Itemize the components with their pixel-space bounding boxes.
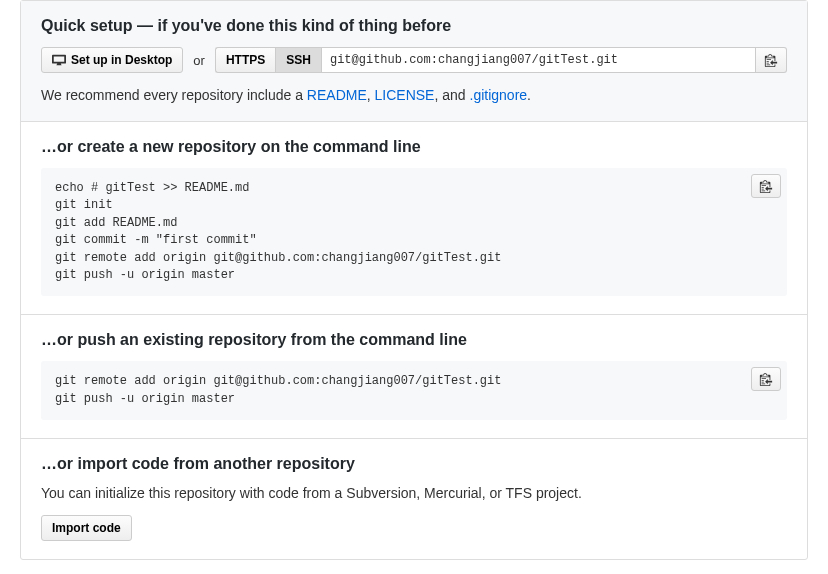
- recommend-text: We recommend every repository include a …: [41, 87, 787, 103]
- import-section: …or import code from another repository …: [21, 439, 807, 559]
- quick-setup-section: Quick setup — if you've done this kind o…: [21, 1, 807, 122]
- setup-in-desktop-label: Set up in Desktop: [71, 53, 172, 67]
- setup-row: Set up in Desktop or HTTPS SSH: [41, 47, 787, 73]
- push-existing-title: …or push an existing repository from the…: [41, 331, 787, 349]
- protocol-group: HTTPS SSH: [215, 47, 787, 73]
- quick-setup-title: Quick setup — if you've done this kind o…: [41, 17, 787, 35]
- clipboard-icon: [759, 372, 773, 386]
- push-existing-code[interactable]: git remote add origin git@github.com:cha…: [55, 373, 773, 408]
- push-existing-code-block: git remote add origin git@github.com:cha…: [41, 361, 787, 420]
- copy-url-button[interactable]: [756, 47, 787, 73]
- license-link[interactable]: LICENSE: [375, 87, 435, 103]
- readme-link[interactable]: README: [307, 87, 367, 103]
- copy-create-new-button[interactable]: [751, 174, 781, 198]
- create-new-code-block: echo # gitTest >> README.md git init git…: [41, 168, 787, 296]
- import-code-label: Import code: [52, 521, 121, 535]
- clipboard-icon: [764, 53, 778, 67]
- gitignore-link[interactable]: .gitignore: [470, 87, 528, 103]
- or-text: or: [193, 47, 205, 73]
- repo-setup-panel: Quick setup — if you've done this kind o…: [20, 0, 808, 560]
- import-code-button[interactable]: Import code: [41, 515, 132, 541]
- create-new-title: …or create a new repository on the comma…: [41, 138, 787, 156]
- clipboard-icon: [759, 179, 773, 193]
- push-existing-section: …or push an existing repository from the…: [21, 315, 807, 439]
- recommend-prefix: We recommend every repository include a: [41, 87, 307, 103]
- ssh-button[interactable]: SSH: [275, 47, 321, 73]
- create-new-code[interactable]: echo # gitTest >> README.md git init git…: [55, 180, 773, 284]
- import-description: You can initialize this repository with …: [41, 485, 787, 501]
- create-new-section: …or create a new repository on the comma…: [21, 122, 807, 315]
- https-button[interactable]: HTTPS: [215, 47, 275, 73]
- copy-push-existing-button[interactable]: [751, 367, 781, 391]
- import-title: …or import code from another repository: [41, 455, 787, 473]
- setup-in-desktop-button[interactable]: Set up in Desktop: [41, 47, 183, 73]
- clone-url-input[interactable]: [321, 47, 756, 73]
- desktop-icon: [52, 53, 66, 67]
